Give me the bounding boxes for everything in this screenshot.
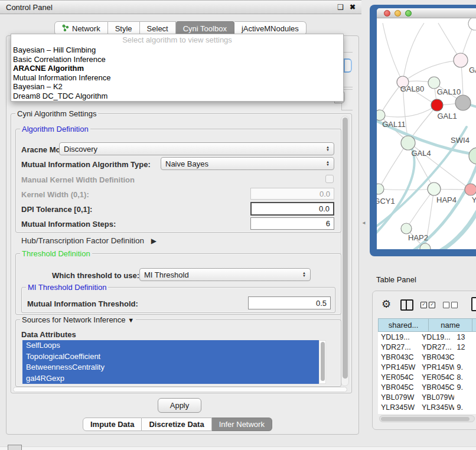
threshold-definition-title: Threshold Definition bbox=[20, 249, 92, 258]
network-node-salmon[interactable] bbox=[465, 184, 476, 195]
network-node-hap4[interactable] bbox=[428, 182, 441, 195]
settings-scrollbar-track[interactable] bbox=[341, 116, 349, 386]
node-label: GCY1 bbox=[377, 197, 395, 206]
list-item[interactable]: gal4RGexp bbox=[22, 373, 319, 384]
list-item[interactable]: TopologicalCoefficient bbox=[22, 351, 319, 363]
network-node-gal11[interactable] bbox=[377, 110, 385, 120]
application-root: Control Panel ❑ ✖ Network Style Select bbox=[0, 0, 476, 450]
select-all-checkboxes-icon[interactable]: ✓✓ bbox=[420, 302, 435, 308]
table-row[interactable]: YBL079WYBL079W bbox=[378, 392, 476, 402]
network-node[interactable] bbox=[454, 53, 468, 67]
gear-icon[interactable]: ⚙ bbox=[382, 298, 391, 311]
dropdown-item[interactable]: Mutual Information Inference bbox=[13, 73, 341, 83]
column-header-clipped[interactable] bbox=[472, 318, 476, 332]
list-scrollbar-track[interactable] bbox=[319, 340, 326, 384]
network-tab-icon bbox=[62, 24, 69, 33]
network-node-gal4[interactable] bbox=[401, 136, 415, 150]
aracne-mode-combobox[interactable]: Discovery ▲▼ bbox=[59, 142, 334, 155]
list-item[interactable]: BetweennessCentrality bbox=[22, 362, 319, 373]
network-node-gal10[interactable] bbox=[428, 77, 440, 89]
settings-hscrollbar[interactable] bbox=[13, 387, 347, 392]
dropdown-item[interactable]: Dream8 DC_TDC Algorithm bbox=[13, 92, 341, 101]
combobox-value: Discovery bbox=[64, 145, 97, 154]
maximize-traffic-light[interactable] bbox=[405, 10, 412, 17]
columns-icon[interactable] bbox=[400, 299, 413, 311]
cell: 8. bbox=[454, 373, 476, 381]
algorithm-dropdown: Select algorithm to view settings Bayesi… bbox=[11, 34, 344, 102]
cell: YBR043C bbox=[419, 353, 454, 361]
list-item[interactable]: SelfLoops bbox=[22, 340, 319, 351]
manual-kernel-width-label: Manual Kernel Width Definition bbox=[21, 175, 135, 184]
network-node-hap2[interactable] bbox=[401, 223, 412, 234]
table-hscrollbar-thumb[interactable] bbox=[381, 417, 470, 421]
cell: 12 bbox=[454, 343, 476, 351]
cell: YPR145W bbox=[419, 363, 454, 371]
list-scrollbar-thumb[interactable] bbox=[321, 342, 325, 381]
dropdown-item[interactable]: Basic Correlation Inference bbox=[13, 55, 341, 64]
which-threshold-combobox[interactable]: MI Threshold ▲▼ bbox=[139, 268, 311, 281]
tab-label: Select bbox=[147, 24, 168, 33]
cell: YER054C bbox=[419, 373, 454, 381]
column-header-name[interactable]: name bbox=[429, 318, 472, 332]
node-label: SWI4 bbox=[451, 136, 470, 145]
network-node-gal1[interactable] bbox=[431, 99, 443, 111]
network-window-titlebar[interactable] bbox=[377, 8, 476, 18]
cell: YDL19... bbox=[419, 333, 454, 341]
tab-infer-network[interactable]: Infer Network bbox=[212, 418, 272, 431]
mi-algorithm-type-combobox[interactable]: Naive Bayes ▲▼ bbox=[161, 157, 334, 170]
close-traffic-light[interactable] bbox=[384, 10, 390, 17]
mi-threshold-label: Mutual Information Threshold: bbox=[27, 299, 138, 308]
hub-definition-expander[interactable]: Hub/Transcription Factor Definition ▶ bbox=[21, 236, 157, 245]
settings-scrollbar-thumb[interactable] bbox=[343, 118, 348, 379]
mi-steps-field[interactable]: 6 bbox=[250, 217, 334, 230]
mi-threshold-definition-title: MI Threshold Definition bbox=[26, 283, 108, 292]
sources-group-title[interactable]: Sources for Network Inference ▼ bbox=[20, 315, 136, 324]
table-row[interactable]: YLR345WYLR345W9. bbox=[378, 402, 476, 412]
network-node[interactable] bbox=[468, 18, 476, 30]
minimize-traffic-light[interactable] bbox=[395, 10, 401, 17]
kernel-width-field[interactable]: 0.0 bbox=[250, 188, 334, 200]
table-row[interactable]: YIL053CYIL053C0. bbox=[378, 412, 476, 414]
dropdown-item[interactable]: Bayesian – Hill Climbing bbox=[13, 45, 341, 55]
column-header-shared-name[interactable]: shared... bbox=[378, 318, 429, 332]
bottom-left-panel-button[interactable] bbox=[8, 445, 22, 450]
dpi-tolerance-field[interactable]: 0.0 bbox=[250, 202, 334, 216]
apply-button[interactable]: Apply bbox=[158, 398, 201, 413]
table-row[interactable]: YER054CYER054C8. bbox=[378, 372, 476, 382]
float-window-icon[interactable]: ❑ bbox=[337, 3, 344, 11]
table-row[interactable]: YDR27...YDR27...12 bbox=[378, 342, 476, 352]
table-row[interactable]: YBR045CYBR045C9. bbox=[378, 382, 476, 392]
tab-impute-data[interactable]: Impute Data bbox=[83, 418, 142, 431]
field-value: 0.5 bbox=[316, 299, 327, 308]
table-row[interactable]: YDL19...YDL19...13 bbox=[378, 332, 476, 342]
network-node-gcy1[interactable] bbox=[377, 184, 384, 194]
collapse-down-icon: ▼ bbox=[128, 317, 134, 324]
manual-kernel-width-checkbox[interactable] bbox=[325, 175, 334, 183]
cell: YER054C bbox=[378, 373, 419, 381]
tab-label: Discretize Data bbox=[149, 420, 204, 429]
table-row[interactable]: YPR145WYPR145W9. bbox=[378, 362, 476, 372]
mi-threshold-field[interactable]: 0.5 bbox=[248, 296, 331, 309]
cell: YBR045C bbox=[378, 383, 419, 392]
cell: 9. bbox=[454, 403, 476, 412]
network-node-swi4[interactable] bbox=[469, 148, 476, 164]
dropdown-item-selected[interactable]: ARACNE Algorithm bbox=[13, 64, 341, 73]
data-attributes-list[interactable]: SelfLoops TopologicalCoefficient Between… bbox=[22, 340, 319, 384]
splitter-handle[interactable]: ◄ bbox=[361, 221, 364, 226]
field-value: 0.0 bbox=[319, 190, 330, 198]
close-window-icon[interactable]: ✖ bbox=[350, 3, 356, 11]
network-canvas[interactable]: GAL80 GAL10 GAL1 GAL11 GAL4 SWI4 GCY1 HA… bbox=[377, 18, 476, 249]
page-icon[interactable] bbox=[471, 297, 476, 311]
combobox-value: Naive Bayes bbox=[165, 159, 208, 168]
table-hscrollbar-track[interactable] bbox=[379, 415, 475, 422]
control-panel-header: Control Panel ❑ ✖ bbox=[0, 0, 361, 14]
panel-right-gutter bbox=[353, 38, 358, 432]
tab-discretize-data[interactable]: Discretize Data bbox=[142, 418, 211, 431]
dropdown-item[interactable]: Bayesian – K2 bbox=[13, 82, 341, 92]
node-label: GAL1 bbox=[437, 112, 457, 120]
deselect-all-checkboxes-icon[interactable] bbox=[443, 302, 458, 308]
table-row[interactable]: YBR043CYBR043C bbox=[378, 352, 476, 362]
network-node-gray[interactable] bbox=[455, 95, 471, 110]
cell: YBR045C bbox=[419, 383, 454, 392]
cell: YBR043C bbox=[378, 353, 419, 361]
